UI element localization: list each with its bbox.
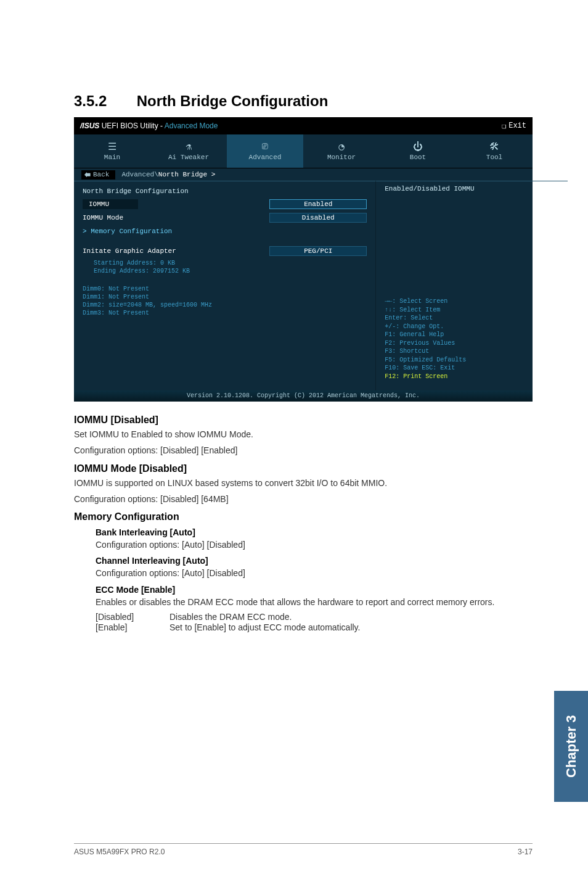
ecc-enable-key: [Enable] [96,622,169,632]
ecc-disabled-val: Disables the DRAM ECC mode. [169,612,292,622]
initate-row[interactable]: Initate Graphic Adapter PEG/PCI [83,244,367,258]
key-select-screen: →←: Select Screen [385,297,559,306]
end-address: Ending Address: 2097152 KB [94,267,367,275]
key-enter: Enter: Select [385,314,559,323]
key-f1: F1: General Help [385,331,559,339]
ecc-enable-row: [Enable] Set to [Enable] to adjust ECC m… [96,622,533,632]
footer-left: ASUS M5A99FX PRO R2.0 [74,848,165,856]
breadcrumb-current: North Bridge > [158,171,215,178]
bios-window: /ISUS UEFI BIOS Utility - Advanced Mode … [74,117,533,401]
iommu-mode-desc: IOMMU is supported on LINUX based system… [74,477,533,489]
exit-label: Exit [508,122,526,130]
key-change-opt: +/-: Change Opt. [385,323,559,331]
tool-icon: 🛠 [489,141,499,152]
key-f3: F3: Shortcut [385,347,559,356]
help-text: Enabled/Disabled IOMMU [385,185,559,192]
bios-tabs: ☰ Main ⚗ Ai Tweaker ⎚ Advanced ◔ Monitor… [74,134,533,168]
bios-logo: /ISUS [80,122,99,130]
tab-boot[interactable]: ⏻ Boot [380,134,456,168]
key-hints: →←: Select Screen ↑↓: Select Item Enter:… [385,297,559,381]
section-name: North Bridge Configuration [137,93,329,109]
dimm-info: Dimm0: Not Present Dimm1: Not Present Di… [83,285,367,317]
tab-aitweaker[interactable]: ⚗ Ai Tweaker [150,134,227,168]
key-select-item: ↑↓: Select Item [385,306,559,315]
ecc-disabled-key: [Disabled] [96,612,169,622]
back-label: Back [93,171,109,178]
iommu-mode-row[interactable]: IOMMU Mode Disabled [83,211,367,225]
breadcrumb: 🡄 Back Advanced\ North Bridge > [74,168,533,181]
list-icon: ☰ [108,141,116,152]
key-f10: F10: Save ESC: Exit [385,364,559,373]
initate-value[interactable]: PEG/PCI [269,246,367,256]
bios-title: /ISUS UEFI BIOS Utility - Advanced Mode [80,122,502,130]
bios-footer: Version 2.10.1208. Copyright (C) 2012 Am… [74,390,533,402]
tab-main-label: Main [104,154,120,161]
breadcrumb-root: Advanced\ [121,171,158,178]
tab-boot-label: Boot [410,154,426,161]
iommu-mode-value[interactable]: Disabled [269,213,367,223]
bios-left-pane: North Bridge Configuration IOMMU Enabled… [74,181,375,390]
dimm1-info: Dimm1: Not Present [83,293,367,301]
dimm2-info: Dimm2: size=2048 MB, speed=1600 MHz [83,301,367,309]
chip-icon: ⎚ [262,141,268,152]
power-icon: ⏻ [413,141,423,152]
bios-mode: Advanced Mode [165,122,218,130]
iommu-mode-opts: Configuration options: [Disabled] [64MB] [74,493,533,505]
back-arrow-icon: 🡄 [84,171,91,179]
iommu-heading: IOMMU [Disabled] [74,415,533,426]
config-header: North Bridge Configuration [83,185,367,197]
dimm0-info: Dimm0: Not Present [83,285,367,293]
bank-heading: Bank Interleaving [Auto] [96,527,533,537]
ecc-desc: Enables or disables the DRAM ECC mode th… [96,596,533,608]
bank-opts: Configuration options: [Auto] [Disabled] [96,538,533,551]
bios-title-text: UEFI BIOS Utility - [102,122,165,130]
iommu-label: IOMMU [83,199,138,209]
exit-icon: ❏ [502,122,506,131]
tab-monitor-label: Monitor [327,154,356,161]
ecc-heading: ECC Mode [Enable] [96,585,533,595]
footer-right: 3-17 [518,848,533,856]
section-number: 3.5.2 [74,93,133,110]
key-f12: F12: Print Screen [385,373,559,381]
key-f2: F2: Previous Values [385,339,559,348]
tab-tool[interactable]: 🛠 Tool [456,134,533,168]
initate-label: Initate Graphic Adapter [83,247,269,255]
back-button[interactable]: 🡄 Back [81,170,115,179]
tweaker-icon: ⚗ [186,141,192,152]
memory-config-heading: Memory Configuration [74,511,533,522]
iommu-desc: Set IOMMU to Enabled to show IOMMU Mode. [74,428,533,440]
tab-main[interactable]: ☰ Main [74,134,150,168]
iommu-mode-label: IOMMU Mode [83,214,269,221]
tab-monitor[interactable]: ◔ Monitor [303,134,380,168]
tab-aitweaker-label: Ai Tweaker [168,154,209,161]
chapter-tab-label: Chapter 3 [563,715,579,777]
ecc-disabled-row: [Disabled] Disables the DRAM ECC mode. [96,612,533,622]
chapter-tab: Chapter 3 [554,691,588,802]
ecc-enable-val: Set to [Enable] to adjust ECC mode autom… [169,622,360,632]
exit-button[interactable]: ❏ Exit [502,122,526,131]
section-title: 3.5.2 North Bridge Configuration [74,93,533,110]
tab-advanced-label: Advanced [249,154,282,161]
iommu-value[interactable]: Enabled [269,199,367,209]
bios-right-pane: Enabled/Disabled IOMMU →←: Select Screen… [375,181,568,390]
start-address: Starting Address: 0 KB [94,259,367,267]
tab-advanced[interactable]: ⎚ Advanced [227,134,303,168]
bios-titlebar: /ISUS UEFI BIOS Utility - Advanced Mode … [74,117,533,134]
channel-heading: Channel Interleaving [Auto] [96,556,533,566]
iommu-opts: Configuration options: [Disabled] [Enabl… [74,444,533,456]
memory-config-label: Memory Configuration [83,228,367,235]
key-f5: F5: Optimized Defaults [385,356,559,365]
memory-config-link[interactable]: Memory Configuration [83,225,367,238]
page-footer: ASUS M5A99FX PRO R2.0 3-17 [74,843,533,856]
iommu-row[interactable]: IOMMU Enabled [83,197,367,211]
gauge-icon: ◔ [338,141,345,152]
dimm3-info: Dimm3: Not Present [83,309,367,317]
iommu-mode-heading: IOMMU Mode [Disabled] [74,463,533,474]
tab-tool-label: Tool [486,154,502,161]
channel-opts: Configuration options: [Auto] [Disabled] [96,567,533,579]
address-info: Starting Address: 0 KB Ending Address: 2… [94,259,367,275]
